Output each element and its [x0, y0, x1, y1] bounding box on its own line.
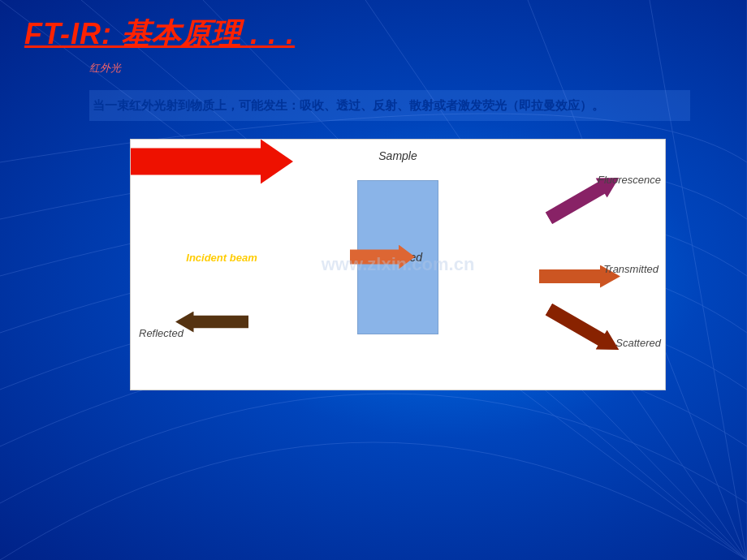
reflected-label: Reflected — [139, 327, 184, 339]
reflected-arrow — [175, 312, 248, 333]
transmitted-label: Transmitted — [603, 263, 658, 275]
description-text: 当一束红外光射到物质上，可能发生：吸收、透过、反射、散射或者激发荧光（即拉曼效应… — [89, 90, 690, 121]
fluorescence-label: Fluorescence — [598, 174, 661, 186]
subtitle-text: 红外光 — [89, 61, 723, 75]
main-content: FT-IR: 基本原理 . . . 红外光 当一束红外光射到物质上，可能发生：吸… — [0, 0, 747, 560]
incident-beam-label: Incident beam — [149, 235, 295, 280]
page-title: FT-IR: 基本原理 . . . — [24, 15, 723, 54]
scattered-arrow — [543, 299, 625, 359]
scattered-label: Scattered — [615, 337, 661, 349]
diagram-container: www.zlxin.com.cn Sample Absorbed Inciden… — [130, 139, 666, 390]
sample-label: Sample — [378, 149, 417, 162]
incident-beam-arrow — [131, 140, 293, 184]
